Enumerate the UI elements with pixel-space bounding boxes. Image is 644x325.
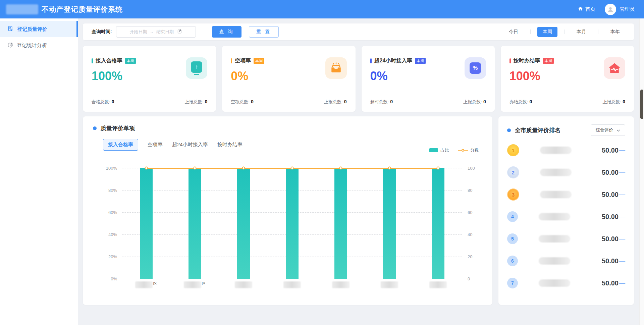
divider bbox=[530, 30, 531, 34]
divider bbox=[598, 30, 598, 34]
stat-title: 接入合格率 bbox=[96, 57, 122, 64]
x-axis-label-4 bbox=[316, 281, 365, 288]
y-axis-tick-left: 100% bbox=[106, 166, 117, 171]
chart-tab-1[interactable]: 空项率 bbox=[148, 139, 163, 150]
stat-value: 0% bbox=[370, 69, 426, 83]
bar-slot bbox=[316, 168, 365, 279]
redacted-rank-name bbox=[540, 191, 572, 198]
range-tab-2[interactable]: 本月 bbox=[571, 27, 591, 37]
x-axis-label-0: 区 bbox=[122, 281, 170, 288]
ranking-filter-select[interactable]: 综合评价 bbox=[591, 124, 625, 136]
stat-value: 0% bbox=[231, 69, 264, 83]
y-axis-tick-right: 60 bbox=[468, 210, 472, 215]
rank-trend-flat-icon: — bbox=[619, 191, 625, 198]
range-tab-3[interactable]: 本年 bbox=[605, 27, 625, 37]
range-tab-1[interactable]: 本周 bbox=[537, 27, 557, 37]
rank-medal-icon: 2 bbox=[507, 166, 519, 178]
section-dot-icon bbox=[93, 126, 97, 130]
chart-tab-2[interactable]: 超24小时接入率 bbox=[172, 139, 208, 150]
chart-title: 质量评价单项 bbox=[101, 124, 135, 132]
reset-button[interactable]: 重 置 bbox=[249, 26, 279, 38]
legend-item-占比[interactable]: 占比 bbox=[429, 147, 449, 153]
redacted-district-name bbox=[381, 281, 398, 288]
redacted-rank-name bbox=[539, 213, 570, 220]
stat-footer-item: 合格总数:0 bbox=[92, 99, 114, 105]
y-axis-tick-left: 0% bbox=[111, 276, 117, 281]
stat-period-badge: 本周 bbox=[254, 58, 264, 64]
house-pulse-icon bbox=[604, 57, 625, 79]
ranking-row-4: 450.00— bbox=[507, 206, 625, 228]
stat-footer: 办结总数:0上报总数:0 bbox=[509, 99, 625, 105]
rank-medal-icon: 1 bbox=[507, 144, 519, 156]
stat-footer-item: 空项总数:0 bbox=[231, 99, 253, 105]
date-range-input[interactable]: 开始日期 ~ 结束日期 bbox=[116, 26, 196, 38]
rank-score: 50.00 bbox=[602, 213, 619, 221]
redacted-district-name bbox=[184, 281, 201, 288]
rank-medal-icon: 6 bbox=[507, 256, 518, 266]
stat-value: 100% bbox=[92, 69, 136, 83]
stat-card-1: 空项率本周0%空项总数:0上报总数:0 bbox=[222, 46, 355, 112]
chevron-down-icon bbox=[616, 128, 620, 133]
app-title: 不动产登记质量评价系统 bbox=[42, 5, 123, 14]
rank-medal-icon: 4 bbox=[507, 211, 518, 222]
rank-score: 50.00 bbox=[602, 257, 619, 265]
rank-trend-flat-icon: — bbox=[619, 169, 625, 176]
edit-icon bbox=[177, 29, 182, 35]
x-axis-label-1: 区 bbox=[170, 281, 219, 288]
rank-medal-icon: 3 bbox=[507, 188, 519, 201]
legend-item-分数[interactable]: 分数 bbox=[458, 147, 479, 153]
bar bbox=[286, 168, 299, 279]
y-axis-tick-right: 40 bbox=[468, 232, 472, 237]
y-axis-tick-left: 20% bbox=[108, 254, 117, 259]
home-link[interactable]: 首页 bbox=[578, 6, 595, 12]
ranking-list: 150.00—250.00—350.00—450.00—550.00—650.0… bbox=[507, 139, 625, 294]
stat-value: 100% bbox=[509, 69, 554, 83]
ranking-row-2: 250.00— bbox=[507, 161, 625, 183]
doc-check-icon bbox=[7, 25, 14, 33]
sidebar: 登记质量评价登记统计分析 bbox=[0, 18, 78, 325]
query-time-label: 查询时间: bbox=[92, 29, 112, 35]
sidebar-item-0[interactable]: 登记质量评价 bbox=[0, 21, 78, 37]
ranking-row-1: 150.00— bbox=[507, 139, 625, 161]
title-accent-bar bbox=[509, 58, 511, 63]
bar-slot bbox=[219, 168, 268, 279]
bar-series bbox=[122, 168, 462, 279]
rank-score: 50.00 bbox=[602, 147, 619, 154]
inbox-icon bbox=[325, 57, 347, 79]
chart-tab-3[interactable]: 按时办结率 bbox=[217, 139, 243, 150]
rank-trend-flat-icon: — bbox=[619, 258, 625, 265]
filter-bar: 查询时间: 开始日期 ~ 结束日期 查 询 重 置 今日本周本月本年 bbox=[83, 23, 634, 40]
ranking-row-3: 350.00— bbox=[507, 183, 625, 206]
ranking-title: 全市质量评价排名 bbox=[515, 126, 560, 134]
percent-icon: % bbox=[465, 57, 486, 79]
rank-score: 50.00 bbox=[602, 169, 619, 176]
app-header: 不动产登记质量评价系统 首页 管理员 bbox=[0, 0, 644, 18]
rank-trend-flat-icon: — bbox=[619, 235, 625, 242]
redacted-rank-name bbox=[539, 235, 570, 242]
range-tab-0[interactable]: 今日 bbox=[503, 27, 524, 37]
stat-card-0: 接入合格率本周100%↑合格总数:0上报总数:0 bbox=[83, 46, 216, 112]
ranking-row-5: 550.00— bbox=[507, 228, 625, 250]
sidebar-item-1[interactable]: 登记统计分析 bbox=[0, 37, 78, 53]
bar bbox=[237, 168, 250, 279]
search-button[interactable]: 查 询 bbox=[212, 26, 241, 38]
redacted-rank-name bbox=[539, 279, 570, 287]
score-marker bbox=[290, 167, 293, 170]
x-axis-label-5 bbox=[365, 281, 414, 288]
y-axis-tick-right: 0 bbox=[468, 276, 470, 281]
title-accent-bar bbox=[231, 58, 232, 63]
redacted-district-name bbox=[332, 281, 350, 288]
bar bbox=[189, 168, 201, 279]
stat-footer-item: 上报总数:0 bbox=[463, 99, 486, 105]
divider bbox=[564, 30, 565, 34]
x-axis-label-2 bbox=[219, 281, 268, 288]
avatar[interactable] bbox=[605, 4, 616, 15]
redacted-rank-name bbox=[540, 147, 572, 154]
chart-tab-0[interactable]: 接入合格率 bbox=[103, 139, 138, 151]
scrollbar-thumb[interactable] bbox=[640, 90, 643, 119]
y-axis-tick-left: 40% bbox=[108, 232, 117, 237]
score-marker bbox=[388, 167, 391, 170]
stat-footer: 超时总数:0上报总数:0 bbox=[370, 99, 486, 105]
rank-trend-flat-icon: — bbox=[619, 147, 625, 154]
user-name[interactable]: 管理员 bbox=[620, 6, 635, 12]
